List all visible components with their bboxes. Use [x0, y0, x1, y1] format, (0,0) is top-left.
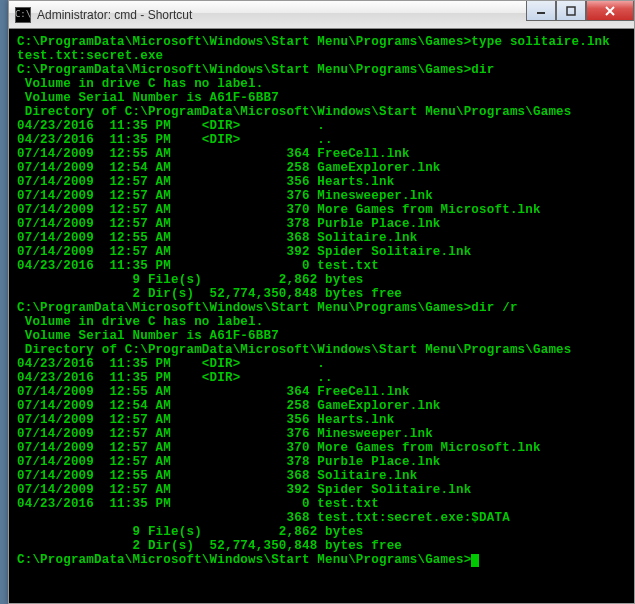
- terminal-line: Volume Serial Number is A61F-6BB7: [17, 329, 626, 343]
- terminal-line: 04/23/2016 11:35 PM 0 test.txt: [17, 497, 626, 511]
- terminal-line: 04/23/2016 11:35 PM <DIR> .: [17, 357, 626, 371]
- terminal-line: 07/14/2009 12:57 AM 376 Minesweeper.lnk: [17, 189, 626, 203]
- terminal-line: 07/14/2009 12:57 AM 370 More Games from …: [17, 203, 626, 217]
- terminal-line: 07/14/2009 12:55 AM 368 Solitaire.lnk: [17, 231, 626, 245]
- maximize-icon: [566, 6, 576, 16]
- window-controls: [526, 1, 634, 21]
- terminal-line: Volume in drive C has no label.: [17, 77, 626, 91]
- titlebar[interactable]: C:\ Administrator: cmd - Shortcut: [9, 1, 634, 29]
- minimize-icon: [536, 6, 546, 16]
- terminal-line: C:\ProgramData\Microsoft\Windows\Start M…: [17, 301, 626, 315]
- window-title: Administrator: cmd - Shortcut: [37, 8, 192, 22]
- terminal-line: 07/14/2009 12:57 AM 376 Minesweeper.lnk: [17, 427, 626, 441]
- cursor: [471, 554, 479, 567]
- terminal-line: 07/14/2009 12:57 AM 378 Purble Place.lnk: [17, 217, 626, 231]
- terminal-line: test.txt:secret.exe: [17, 49, 626, 63]
- terminal-line: 04/23/2016 11:35 PM <DIR> ..: [17, 371, 626, 385]
- terminal-line: 07/14/2009 12:54 AM 258 GameExplorer.lnk: [17, 161, 626, 175]
- terminal-line: 07/14/2009 12:57 AM 392 Spider Solitaire…: [17, 245, 626, 259]
- minimize-button[interactable]: [526, 1, 556, 21]
- terminal-line: 07/14/2009 12:57 AM 356 Hearts.lnk: [17, 413, 626, 427]
- terminal-line: Volume in drive C has no label.: [17, 315, 626, 329]
- terminal-line: 04/23/2016 11:35 PM 0 test.txt: [17, 259, 626, 273]
- terminal-line: 07/14/2009 12:57 AM 378 Purble Place.lnk: [17, 455, 626, 469]
- terminal-line: 07/14/2009 12:57 AM 356 Hearts.lnk: [17, 175, 626, 189]
- terminal-line: C:\ProgramData\Microsoft\Windows\Start M…: [17, 63, 626, 77]
- terminal-line: C:\ProgramData\Microsoft\Windows\Start M…: [17, 35, 626, 49]
- terminal-line: 07/14/2009 12:57 AM 370 More Games from …: [17, 441, 626, 455]
- terminal-line: 04/23/2016 11:35 PM <DIR> .: [17, 119, 626, 133]
- terminal-line: 9 File(s) 2,862 bytes: [17, 273, 626, 287]
- terminal-output[interactable]: C:\ProgramData\Microsoft\Windows\Start M…: [9, 29, 634, 603]
- terminal-line: 07/14/2009 12:54 AM 258 GameExplorer.lnk: [17, 399, 626, 413]
- terminal-line: 04/23/2016 11:35 PM <DIR> ..: [17, 133, 626, 147]
- terminal-line: Volume Serial Number is A61F-6BB7: [17, 91, 626, 105]
- terminal-line: 07/14/2009 12:55 AM 364 FreeCell.lnk: [17, 147, 626, 161]
- terminal-prompt[interactable]: C:\ProgramData\Microsoft\Windows\Start M…: [17, 553, 626, 567]
- close-button[interactable]: [586, 1, 634, 21]
- cmd-window: C:\ Administrator: cmd - Shortcut C:\Pro…: [8, 0, 635, 604]
- maximize-button[interactable]: [556, 1, 586, 21]
- terminal-line: 2 Dir(s) 52,774,350,848 bytes free: [17, 287, 626, 301]
- terminal-line: 368 test.txt:secret.exe:$DATA: [17, 511, 626, 525]
- svg-rect-1: [567, 7, 575, 15]
- cmd-icon: C:\: [15, 7, 31, 23]
- terminal-line: 07/14/2009 12:55 AM 364 FreeCell.lnk: [17, 385, 626, 399]
- terminal-line: 2 Dir(s) 52,774,350,848 bytes free: [17, 539, 626, 553]
- terminal-line: 07/14/2009 12:55 AM 368 Solitaire.lnk: [17, 469, 626, 483]
- terminal-line: 07/14/2009 12:57 AM 392 Spider Solitaire…: [17, 483, 626, 497]
- terminal-line: Directory of C:\ProgramData\Microsoft\Wi…: [17, 105, 626, 119]
- terminal-line: Directory of C:\ProgramData\Microsoft\Wi…: [17, 343, 626, 357]
- terminal-line: 9 File(s) 2,862 bytes: [17, 525, 626, 539]
- close-icon: [604, 6, 616, 16]
